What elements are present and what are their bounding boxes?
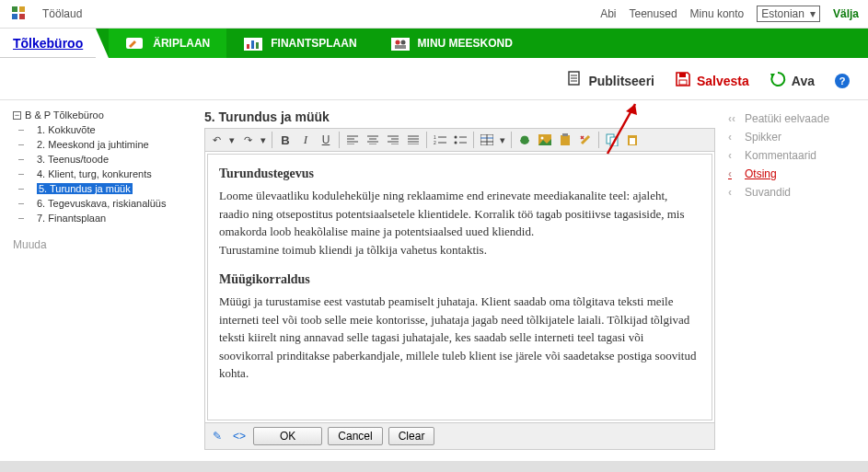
image-icon[interactable] [536, 131, 554, 149]
svg-point-43 [455, 142, 457, 144]
svg-rect-58 [630, 138, 635, 144]
chevron-left-icon: ‹ [728, 186, 737, 199]
unordered-list-icon[interactable] [451, 131, 469, 149]
chevron-down-icon: ▾ [810, 7, 816, 20]
tree-item-4[interactable]: 4. Klient, turg, konkurents [9, 167, 195, 181]
svg-rect-0 [12, 6, 17, 12]
align-justify-icon[interactable] [404, 131, 422, 149]
clear-button[interactable]: Clear [388, 427, 435, 445]
rich-text-editor: ↶ ▾ ↷ ▾ B I U 12 ▾ [204, 128, 715, 450]
svg-rect-7 [251, 40, 254, 49]
tree-item-3[interactable]: 3. Teenus/toode [9, 152, 195, 167]
svg-rect-12 [395, 45, 406, 49]
refresh-open-icon [770, 71, 786, 90]
tab-meeskond[interactable]: MINU MEESKOND [374, 29, 529, 58]
chevron-left-icon: ‹ [728, 131, 737, 144]
save-button[interactable]: Salvesta [675, 71, 749, 90]
tab-ariplaan[interactable]: ÄRIPLAAN [109, 29, 226, 58]
sidebar-link-options[interactable]: ‹ Suvandid [728, 183, 866, 201]
align-left-icon[interactable] [343, 131, 362, 149]
tree-item-6[interactable]: 6. Tegevuskava, riskianalüüs [9, 196, 195, 211]
italic-icon[interactable]: I [296, 131, 315, 149]
svg-point-52 [541, 137, 544, 140]
open-button[interactable]: Ava [770, 71, 815, 90]
ordered-list-icon[interactable]: 12 [431, 131, 449, 149]
sidebar-link-label: Spikker [745, 131, 781, 144]
svg-rect-3 [19, 14, 25, 19]
language-select[interactable]: Estonian ▾ [757, 6, 820, 22]
underline-icon[interactable]: U [317, 131, 335, 149]
tree-item-7[interactable]: 7. Finantsplaan [9, 211, 195, 225]
tree-item-5-selected[interactable]: 5. Turundus ja müük [9, 181, 195, 196]
edit-mode-icon[interactable]: ✎ [209, 428, 226, 444]
table-dropdown-icon[interactable]: ▾ [498, 131, 507, 149]
toolbar-separator [426, 132, 427, 148]
sidebar-link-search[interactable]: ‹ Otsing [728, 165, 866, 183]
pencil-icon [125, 35, 145, 52]
tree-item-1[interactable]: 1. Kokkuvõte [9, 122, 195, 137]
publish-label: Publitseeri [588, 74, 654, 88]
align-center-icon[interactable] [364, 131, 382, 149]
language-value: Estonian [761, 7, 804, 20]
open-label: Ava [792, 74, 815, 88]
svg-rect-53 [561, 135, 570, 145]
sidebar-link-comments[interactable]: ‹ Kommentaarid [728, 146, 866, 165]
content-paragraph: Müügi ja turustamise eest vastutab peami… [219, 293, 700, 383]
paste-text-icon[interactable] [623, 131, 642, 149]
redo-dropdown-icon[interactable]: ▾ [259, 131, 268, 149]
sidebar-link-spikker[interactable]: ‹ Spikker [728, 128, 866, 146]
bar-chart-icon [243, 35, 263, 52]
clear-format-icon[interactable] [576, 131, 595, 149]
cancel-button[interactable]: Cancel [328, 427, 382, 445]
tab-finantsplaan[interactable]: FINANTSPLAAN [226, 29, 373, 58]
svg-rect-8 [256, 42, 259, 49]
svg-point-11 [400, 40, 405, 45]
chevron-left-icon: ‹ [728, 149, 737, 162]
tree-item-2[interactable]: 2. Meeskond ja juhtimine [9, 137, 195, 152]
toolbar-separator [339, 132, 340, 148]
source-mode-icon[interactable]: <> [231, 428, 248, 444]
tab-label: MINU MEESKOND [418, 37, 513, 50]
table-icon[interactable] [478, 131, 496, 149]
breadcrumb[interactable]: Töölaud [42, 7, 82, 20]
toolbar-separator [272, 132, 272, 148]
tab-label: FINANTSPLAAN [271, 37, 356, 50]
tree-root-label: B & P Tõlkebüroo [25, 109, 104, 121]
content-heading: Müügikorraldus [219, 270, 700, 289]
tree-root[interactable]: − B & P Tõlkebüroo [9, 108, 195, 122]
svg-rect-56 [610, 137, 618, 146]
toolbar-separator [598, 132, 599, 148]
people-icon [390, 35, 411, 52]
footer-bar [0, 461, 868, 472]
svg-rect-17 [679, 73, 686, 77]
my-account-link[interactable]: Minu konto [690, 7, 745, 20]
link-icon[interactable] [515, 131, 534, 149]
undo-dropdown-icon[interactable]: ▾ [227, 131, 237, 149]
sidebar-link-label: Peatüki eelvaade [745, 112, 829, 125]
svg-point-42 [455, 136, 457, 139]
paste-icon[interactable] [556, 131, 574, 149]
svg-text:2: 2 [434, 140, 436, 144]
copy-icon[interactable] [603, 131, 621, 149]
sidebar-link-label: Otsing [745, 167, 777, 180]
logout-link[interactable]: Välja [833, 7, 859, 20]
editor-content[interactable]: Turundustegevus Loome ülevaatliku kodule… [207, 154, 712, 420]
help-icon[interactable]: ? [835, 74, 850, 88]
publish-button[interactable]: Publitseeri [566, 71, 654, 90]
brand-tab[interactable]: Tõlkebüroo [0, 29, 96, 58]
redo-icon[interactable]: ↷ [238, 131, 257, 149]
chevron-left-icon: ‹ [728, 167, 737, 180]
undo-icon[interactable]: ↶ [207, 131, 226, 149]
ok-button[interactable]: OK [253, 427, 322, 445]
brand-link[interactable]: Tõlkebüroo [13, 36, 83, 51]
services-link[interactable]: Teenused [630, 7, 677, 20]
edit-link[interactable]: Muuda [9, 225, 195, 264]
sidebar-link-label: Kommentaarid [745, 149, 816, 162]
app-logo-icon [9, 4, 29, 24]
sidebar-link-preview[interactable]: ‹‹ Peatüki eelvaade [728, 109, 866, 128]
help-link[interactable]: Abi [600, 7, 616, 20]
tree-collapse-icon[interactable]: − [13, 111, 21, 120]
bold-icon[interactable]: B [276, 131, 295, 149]
align-right-icon[interactable] [384, 131, 402, 149]
floppy-icon [675, 71, 691, 90]
